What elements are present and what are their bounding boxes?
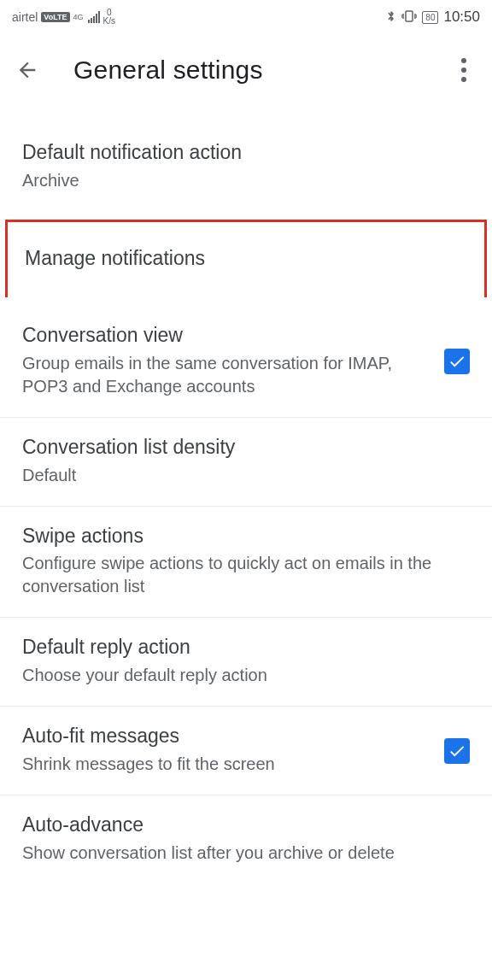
default-reply-action-item[interactable]: Default reply action Choose your default…	[0, 618, 492, 707]
battery-icon: 80	[422, 11, 438, 24]
vibrate-icon	[401, 10, 417, 25]
item-title: Swipe actions	[22, 524, 470, 549]
item-subtitle: Show conversation list after you archive…	[22, 842, 470, 865]
conversation-view-checkbox[interactable]	[444, 349, 470, 374]
check-icon	[448, 352, 466, 371]
conversation-list-density-item[interactable]: Conversation list density Default	[0, 418, 492, 507]
net-speed: 0 K/s	[103, 9, 115, 26]
status-bar: airtel VoLTE 4G 0 K/s 80 10:50	[0, 0, 492, 34]
item-subtitle: Group emails in the same conversation fo…	[22, 352, 470, 398]
default-notification-action-item[interactable]: Default notification action Archive	[0, 123, 492, 211]
item-subtitle: Choose your default reply action	[22, 664, 470, 687]
item-subtitle: Configure swipe actions to quickly act o…	[22, 552, 470, 598]
conversation-view-item[interactable]: Conversation view Group emails in the sa…	[0, 306, 492, 418]
time-label: 10:50	[443, 9, 480, 26]
page-title: General settings	[73, 56, 263, 85]
network-type: 4G	[73, 14, 84, 21]
app-header: General settings	[0, 34, 492, 106]
item-subtitle: Default	[22, 464, 470, 487]
item-subtitle: Shrink messages to fit the screen	[22, 753, 470, 776]
more-icon-dot	[461, 77, 466, 82]
auto-advance-item[interactable]: Auto-advance Show conversation list afte…	[0, 795, 492, 883]
more-button[interactable]	[451, 53, 477, 87]
item-subtitle: Archive	[22, 169, 470, 192]
arrow-back-icon	[15, 58, 39, 82]
auto-fit-checkbox[interactable]	[444, 738, 470, 764]
item-title: Conversation list density	[22, 435, 470, 461]
settings-list: Default notification action Archive Mana…	[0, 106, 492, 883]
item-title: Auto-fit messages	[22, 724, 470, 749]
status-left: airtel VoLTE 4G 0 K/s	[12, 9, 115, 26]
item-title: Conversation view	[22, 323, 470, 349]
more-icon-dot	[461, 67, 466, 73]
item-title: Auto-advance	[22, 813, 470, 838]
swipe-actions-item[interactable]: Swipe actions Configure swipe actions to…	[0, 507, 492, 619]
item-title: Manage notifications	[25, 246, 467, 272]
check-icon	[448, 742, 466, 760]
volte-badge: VoLTE	[41, 12, 69, 22]
manage-notifications-item[interactable]: Manage notifications	[5, 220, 487, 297]
auto-fit-messages-item[interactable]: Auto-fit messages Shrink messages to fit…	[0, 707, 492, 795]
svg-rect-0	[406, 11, 413, 21]
bluetooth-icon	[386, 9, 396, 26]
back-button[interactable]	[12, 50, 53, 91]
carrier-label: airtel	[12, 10, 38, 24]
item-title: Default reply action	[22, 635, 470, 660]
status-right: 80 10:50	[386, 9, 480, 26]
item-title: Default notification action	[22, 140, 470, 166]
more-icon-dot	[461, 58, 466, 63]
signal-icon	[88, 11, 100, 23]
